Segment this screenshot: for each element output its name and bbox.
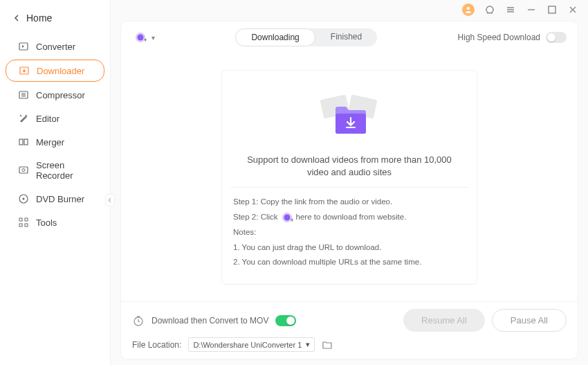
compressor-icon [18, 89, 29, 100]
footer-actions: Resume All Pause All [403, 309, 567, 332]
tools-icon [18, 217, 29, 228]
merger-icon [18, 136, 29, 148]
svg-point-8 [23, 198, 25, 200]
step-1: Step 1: Copy the link from the audio or … [233, 195, 466, 210]
person-icon [464, 6, 472, 14]
note-1: 1. You can just drag the URL to download… [233, 240, 466, 256]
svg-point-13 [467, 7, 470, 10]
sidebar-item-label: Downloader [37, 66, 84, 76]
content-card: + ▾ Downloading Finished High Speed Down… [120, 21, 578, 359]
sidebar-item-label: Editor [36, 114, 59, 124]
sidebar-item-downloader[interactable]: Downloader [6, 60, 104, 82]
high-speed-toggle[interactable] [546, 32, 567, 43]
tab-downloading[interactable]: Downloading [235, 28, 315, 46]
sidebar-item-converter[interactable]: Converter [6, 36, 104, 57]
svg-text:+: + [144, 37, 147, 44]
app-logo-icon: + [134, 31, 147, 44]
chevron-down-icon: ▾ [306, 340, 310, 349]
svg-rect-5 [19, 167, 28, 173]
dvd-burner-icon [18, 193, 29, 204]
note-2: 2. You can download multiple URLs at the… [233, 255, 466, 270]
close-icon[interactable] [567, 4, 578, 15]
downloader-icon [19, 65, 30, 76]
folder-illustration [222, 79, 477, 150]
open-folder-icon[interactable] [322, 339, 333, 350]
add-url-button[interactable]: + [132, 29, 149, 46]
notes-label: Notes: [233, 225, 466, 240]
location-value: D:\Wondershare UniConverter 1 [193, 341, 302, 349]
svg-text:+: + [290, 217, 293, 224]
svg-rect-9 [19, 218, 22, 221]
sidebar-item-label: Tools [36, 217, 57, 228]
svg-rect-11 [19, 224, 22, 226]
minimize-icon[interactable] [526, 4, 537, 15]
svg-point-17 [138, 35, 144, 41]
converter-icon [18, 41, 29, 52]
clock-icon [132, 314, 145, 327]
svg-rect-4 [24, 139, 28, 145]
resume-all-button[interactable]: Resume All [403, 309, 485, 332]
home-nav[interactable]: Home [0, 7, 110, 35]
sidebar: Home Converter Downloader Compressor Edi… [0, 0, 111, 365]
chevron-left-icon [12, 14, 21, 22]
high-speed-download: High Speed Download [458, 32, 567, 43]
svg-point-23 [284, 214, 290, 220]
convert-label: Download then Convert to MOV [151, 316, 268, 326]
editor-icon [18, 113, 29, 124]
sidebar-item-label: DVD Burner [36, 194, 84, 204]
svg-rect-15 [549, 6, 555, 13]
step-2-suffix: here to download from website. [296, 210, 407, 225]
svg-point-14 [486, 6, 493, 13]
sidebar-item-dvd-burner[interactable]: DVD Burner [6, 188, 104, 209]
high-speed-label: High Speed Download [458, 33, 540, 42]
pause-all-button[interactable]: Pause All [492, 309, 567, 332]
sidebar-item-label: Converter [36, 42, 75, 52]
footer: Download then Convert to MOV Resume All … [121, 301, 578, 359]
empty-box: Support to download videos from more tha… [221, 70, 477, 285]
app-logo-icon: + [281, 211, 293, 224]
convert-toggle[interactable] [275, 315, 296, 326]
footer-row-location: File Location: D:\Wondershare UniConvert… [132, 337, 567, 352]
sidebar-collapse-handle[interactable] [105, 194, 115, 206]
sidebar-item-label: Screen Recorder [36, 160, 92, 181]
empty-state: Support to download videos from more tha… [121, 53, 578, 301]
svg-rect-12 [25, 224, 28, 226]
support-icon[interactable] [484, 4, 495, 15]
sidebar-item-label: Merger [36, 137, 64, 148]
steps: Step 1: Copy the link from the audio or … [222, 188, 477, 277]
sidebar-item-merger[interactable]: Merger [6, 132, 104, 152]
svg-rect-10 [25, 218, 28, 221]
chevron-left-icon [107, 197, 113, 203]
svg-point-6 [22, 169, 25, 172]
titlebar [111, 0, 588, 19]
add-url-dropdown[interactable]: ▾ [151, 34, 155, 42]
location-label: File Location: [132, 340, 181, 350]
location-select[interactable]: D:\Wondershare UniConverter 1 ▾ [188, 337, 315, 352]
step-2-prefix: Step 2: Click [233, 210, 278, 225]
menu-icon[interactable] [505, 4, 516, 15]
home-label: Home [26, 12, 52, 24]
user-avatar[interactable] [462, 3, 475, 16]
sidebar-item-tools[interactable]: Tools [6, 212, 104, 233]
footer-row-convert: Download then Convert to MOV Resume All … [132, 309, 567, 332]
empty-title: Support to download videos from more tha… [222, 150, 477, 187]
tab-finished[interactable]: Finished [315, 28, 377, 46]
screen-recorder-icon [18, 165, 29, 176]
sidebar-item-screen-recorder[interactable]: Screen Recorder [6, 155, 104, 186]
sidebar-item-label: Compressor [36, 90, 85, 100]
card-toolbar: + ▾ Downloading Finished High Speed Down… [121, 21, 578, 53]
maximize-icon[interactable] [546, 4, 558, 15]
tab-segment: Downloading Finished [235, 28, 377, 46]
sidebar-item-editor[interactable]: Editor [6, 108, 104, 129]
sidebar-item-compressor[interactable]: Compressor [6, 84, 104, 105]
main-area: + ▾ Downloading Finished High Speed Down… [111, 0, 588, 365]
svg-rect-3 [19, 139, 23, 145]
step-2: Step 2: Click + here to download from we… [233, 210, 466, 225]
